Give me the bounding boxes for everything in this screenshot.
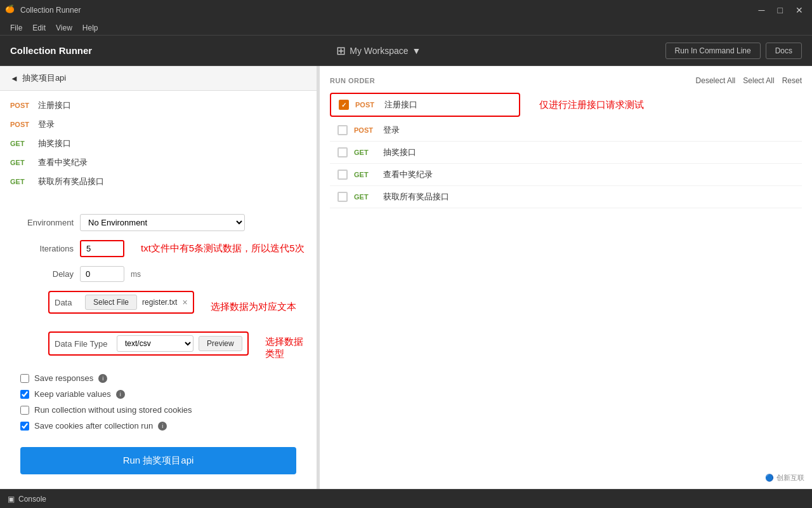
data-type-annotation: 选择数据类型 (265, 336, 306, 360)
run-item-checkbox[interactable] (337, 125, 348, 135)
run-button[interactable]: Run 抽奖项目api (20, 447, 296, 474)
close-button[interactable]: ✕ (792, 5, 807, 15)
iterations-input[interactable] (80, 240, 124, 257)
list-item: POST 注册接口 (0, 96, 317, 115)
file-close-icon[interactable]: × (182, 297, 187, 307)
menu-help[interactable]: Help (77, 20, 103, 35)
app-title: Collection Runner (10, 45, 92, 56)
run-item: POST 登录 (330, 119, 802, 142)
right-panel: RUN ORDER Deselect All Select All Reset … (320, 66, 812, 489)
keep-variable-checkbox[interactable] (20, 390, 29, 399)
register-annotation: 仅进行注册接口请求测试 (539, 99, 644, 111)
run-item-name: 抽奖接口 (383, 147, 416, 158)
run-item-checkbox[interactable] (337, 147, 348, 157)
workspace-grid-icon: ⊞ (336, 44, 346, 58)
topnav-actions: Run In Command Line Docs (665, 43, 802, 59)
select-file-button[interactable]: Select File (85, 295, 137, 310)
minimize-button[interactable]: ─ (755, 5, 769, 15)
run-item: GET 获取所有奖品接口 (330, 186, 802, 208)
select-all-button[interactable]: Select All (743, 76, 774, 85)
data-file-annotation: 选择数据为对应文本 (211, 301, 296, 313)
api-name: 获取所有奖品接口 (38, 176, 104, 187)
run-item: GET 查看中奖纪录 (330, 164, 802, 186)
method-badge-get: GET (10, 140, 33, 147)
menu-file[interactable]: File (5, 20, 27, 35)
titlebar-controls: ─ □ ✕ (755, 5, 807, 15)
preview-button[interactable]: Preview (199, 336, 242, 351)
method-badge-get: GET (354, 149, 377, 156)
keep-variable-row: Keep variable values i (10, 389, 306, 399)
save-responses-info-icon[interactable]: i (98, 374, 107, 383)
run-item: GET 抽奖接口 (330, 142, 802, 164)
run-order-header: RUN ORDER Deselect All Select All Reset (330, 76, 802, 85)
no-cookies-label: Run collection without using stored cook… (34, 405, 192, 415)
data-label: Data (55, 298, 80, 307)
method-badge-get: GET (10, 159, 33, 166)
keep-variable-info-icon[interactable]: i (116, 390, 125, 399)
method-badge-post: POST (10, 102, 33, 109)
run-order-title: RUN ORDER (330, 77, 696, 84)
save-responses-row: Save responses i (10, 373, 306, 383)
api-name: 抽奖接口 (38, 138, 71, 149)
data-type-row: Data File Type text/csv application/json… (48, 331, 249, 356)
workspace-dropdown-icon: ▼ (412, 46, 421, 56)
run-item-checkbox[interactable] (339, 100, 349, 110)
save-responses-checkbox[interactable] (20, 374, 29, 383)
run-item-name: 查看中奖纪录 (383, 169, 433, 180)
api-name: 注册接口 (38, 100, 71, 111)
list-item: POST 登录 (0, 115, 317, 134)
iterations-label: Iterations (10, 244, 74, 253)
api-list: POST 注册接口 POST 登录 GET 抽奖接口 GET 查看中奖纪录 GE… (0, 91, 317, 196)
method-badge-get: GET (354, 193, 377, 201)
iterations-annotation: txt文件中有5条测试数据，所以迭代5次 (141, 243, 304, 255)
file-name: register.txt (142, 298, 177, 307)
run-item-checkbox[interactable] (337, 170, 348, 180)
list-item: GET 查看中奖纪录 (0, 153, 317, 172)
save-cookies-row: Save cookies after collection run i (10, 421, 306, 431)
data-type-select[interactable]: text/csv application/json (117, 335, 193, 352)
titlebar-title: Collection Runner (20, 6, 755, 15)
left-panel: ◄ 抽奖项目api POST 注册接口 POST 登录 GET 抽奖接口 GET… (0, 66, 317, 489)
list-item: GET 抽奖接口 (0, 134, 317, 153)
save-cookies-info-icon[interactable]: i (158, 422, 167, 431)
delay-input[interactable] (80, 266, 124, 282)
menu-view[interactable]: View (51, 20, 77, 35)
no-cookies-row: Run collection without using stored cook… (10, 405, 306, 415)
method-badge-post: POST (355, 101, 378, 109)
console-icon: ▣ (8, 495, 15, 504)
docs-button[interactable]: Docs (766, 43, 802, 59)
watermark-text: 创新互联 (776, 473, 804, 483)
method-badge-get: GET (354, 171, 377, 178)
data-file-row: Data Select File register.txt × (48, 291, 194, 314)
watermark-icon: 🔵 (765, 474, 774, 482)
maximize-button[interactable]: □ (774, 5, 787, 15)
collection-header: ◄ 抽奖项目api (0, 66, 317, 91)
delay-label: Delay (10, 269, 74, 279)
method-badge-post: POST (10, 121, 33, 128)
run-item-checkbox[interactable] (337, 192, 348, 202)
topnav: Collection Runner ⊞ My Workspace ▼ Run I… (0, 36, 812, 66)
reset-button[interactable]: Reset (782, 76, 802, 85)
environment-row: Environment No Environment (10, 214, 306, 231)
run-item-name: 登录 (383, 124, 400, 136)
deselect-all-button[interactable]: Deselect All (696, 76, 736, 85)
delay-row: Delay ms (10, 266, 306, 282)
back-arrow-icon: ◄ (10, 74, 18, 83)
run-command-button[interactable]: Run In Command Line (665, 43, 761, 59)
workspace-selector[interactable]: ⊞ My Workspace ▼ (92, 44, 665, 58)
keep-variable-label: Keep variable values (34, 389, 111, 399)
environment-label: Environment (10, 218, 74, 227)
workspace-name: My Workspace (350, 46, 408, 56)
method-badge-get: GET (10, 178, 33, 185)
app-icon: 🍊 (5, 4, 16, 16)
menu-edit[interactable]: Edit (27, 20, 51, 35)
bottombar: ▣ Console (0, 489, 812, 508)
ms-label: ms (131, 270, 141, 279)
api-name: 登录 (38, 119, 55, 130)
run-item: POST 注册接口 (330, 93, 520, 117)
save-cookies-checkbox[interactable] (20, 422, 29, 431)
menubar: File Edit View Help (0, 20, 812, 36)
settings-form: Environment No Environment Iterations tx… (0, 206, 317, 489)
environment-select[interactable]: No Environment (80, 214, 245, 231)
no-cookies-checkbox[interactable] (20, 406, 29, 415)
